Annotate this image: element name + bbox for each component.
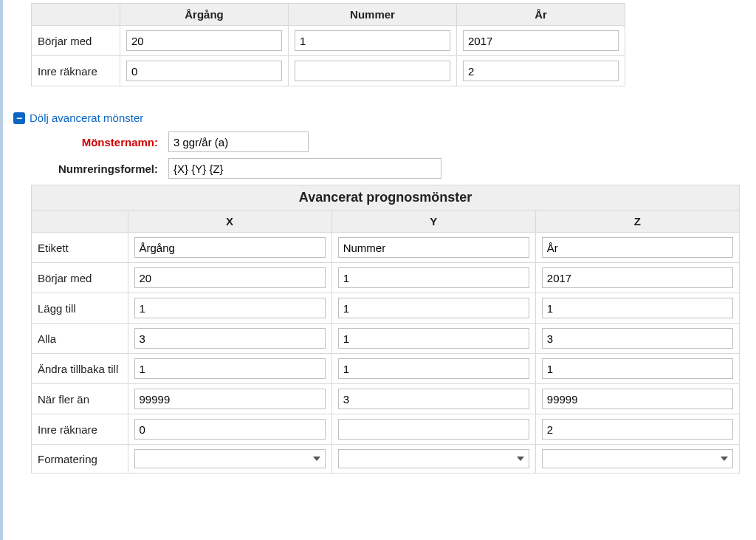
table-row: När fler än	[32, 384, 740, 414]
table-row: Inre räknare	[32, 414, 740, 445]
advanced-col-x: X	[128, 211, 331, 233]
adv-alla-x[interactable]	[134, 328, 326, 349]
adv-narfler-z[interactable]	[542, 389, 733, 409]
adv-etikett-z[interactable]	[542, 237, 733, 258]
adv-label-alla: Alla	[32, 324, 128, 354]
adv-alla-y[interactable]	[338, 328, 529, 349]
adv-borjar-x[interactable]	[134, 267, 326, 288]
advanced-col-y: Y	[331, 211, 535, 233]
summary-col-nummer: Nummer	[289, 4, 457, 26]
table-row: Etikett	[32, 233, 740, 263]
summary-row-label-1: Inre räknare	[32, 56, 120, 86]
numbering-formula-input[interactable]	[168, 158, 441, 179]
adv-borjar-z[interactable]	[542, 267, 733, 288]
summary-input-ar-1[interactable]	[463, 61, 619, 81]
adv-lagg-z[interactable]	[542, 298, 733, 318]
adv-andra-x[interactable]	[134, 358, 326, 379]
advanced-title: Avancerat prognosmönster	[32, 185, 740, 211]
adv-andra-y[interactable]	[338, 358, 529, 379]
adv-label-andra: Ändra tillbaka till	[32, 354, 128, 384]
left-accent-bar	[0, 0, 3, 474]
adv-etikett-y[interactable]	[338, 237, 529, 258]
svg-marker-1	[517, 457, 524, 461]
adv-narfler-x[interactable]	[134, 389, 326, 409]
adv-narfler-y[interactable]	[338, 389, 529, 409]
adv-format-select-x[interactable]	[134, 449, 326, 468]
chevron-down-icon	[721, 457, 728, 461]
advanced-col-z: Z	[535, 211, 739, 233]
summary-col-argang: Årgång	[120, 4, 289, 26]
table-row: Börjar med	[32, 26, 625, 56]
summary-col-ar: År	[457, 4, 625, 26]
collapse-icon[interactable]: −	[13, 112, 25, 124]
adv-format-select-y[interactable]	[338, 449, 529, 468]
adv-format-select-z[interactable]	[542, 449, 733, 468]
chevron-down-icon	[313, 457, 320, 461]
summary-input-argang-1[interactable]	[126, 61, 282, 81]
adv-inre-y[interactable]	[338, 419, 529, 440]
pattern-name-label: Mönsternamn:	[13, 136, 168, 148]
advanced-table: Avancerat prognosmönster X Y Z Etikett B…	[31, 185, 740, 474]
summary-input-nummer-1[interactable]	[295, 61, 450, 81]
svg-marker-0	[313, 457, 320, 461]
advanced-corner	[32, 211, 128, 233]
chevron-down-icon	[517, 457, 524, 461]
adv-lagg-x[interactable]	[134, 298, 326, 318]
adv-label-format: Formatering	[32, 445, 128, 474]
summary-row-label-0: Börjar med	[32, 26, 120, 56]
summary-input-argang-0[interactable]	[126, 30, 282, 51]
adv-label-inre: Inre räknare	[32, 414, 128, 445]
table-row: Ändra tillbaka till	[32, 354, 740, 384]
adv-lagg-y[interactable]	[338, 298, 529, 318]
summary-input-ar-0[interactable]	[463, 30, 619, 51]
adv-label-etikett: Etikett	[32, 233, 128, 263]
numbering-formula-label: Numreringsformel:	[13, 163, 168, 175]
svg-marker-2	[721, 457, 728, 461]
adv-andra-z[interactable]	[542, 358, 733, 379]
adv-inre-x[interactable]	[134, 419, 326, 440]
pattern-name-input[interactable]	[168, 131, 309, 152]
adv-inre-z[interactable]	[542, 419, 733, 440]
summary-table: Årgång Nummer År Börjar med Inre räknare	[31, 3, 625, 86]
adv-label-lagg: Lägg till	[32, 293, 128, 324]
adv-alla-z[interactable]	[542, 328, 733, 349]
adv-etikett-x[interactable]	[134, 237, 326, 258]
table-row: Inre räknare	[32, 56, 625, 86]
toggle-advanced-link[interactable]: Dölj avancerat mönster	[30, 112, 143, 124]
table-row: Formatering	[32, 445, 740, 474]
summary-input-nummer-0[interactable]	[295, 30, 450, 51]
table-row: Börjar med	[32, 263, 740, 293]
table-row: Lägg till	[32, 293, 740, 324]
summary-corner	[32, 4, 120, 26]
adv-label-borjar: Börjar med	[32, 263, 128, 293]
adv-label-narfler: När fler än	[32, 384, 128, 414]
table-row: Alla	[32, 324, 740, 354]
adv-borjar-y[interactable]	[338, 267, 529, 288]
